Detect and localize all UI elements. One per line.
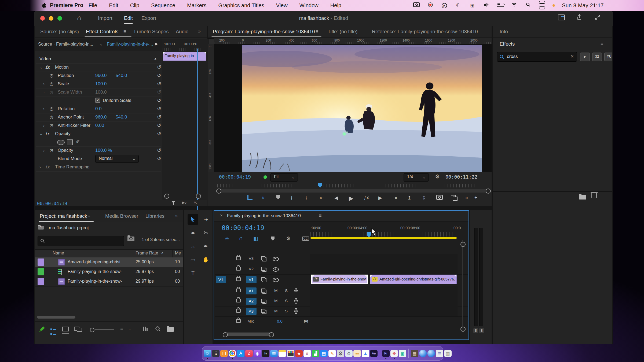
extract-icon[interactable]: ↧ — [422, 195, 426, 201]
video-track-v3[interactable]: V3 — [215, 254, 468, 264]
icon-view-icon[interactable] — [62, 327, 69, 334]
tab-effect-controls[interactable]: Effect Controls — [86, 29, 118, 35]
play-audio-icon[interactable]: ▶♪ — [182, 200, 187, 205]
ellipse-mask-icon[interactable] — [57, 140, 65, 145]
moon-dnd-icon[interactable]: ☾ — [455, 2, 462, 9]
voiceover-mic-icon[interactable] — [294, 288, 298, 295]
tab-libraries[interactable]: Libraries — [145, 213, 164, 219]
dock-item-globe-stack-1[interactable] — [419, 350, 427, 357]
linked-selection-icon[interactable]: ◧ — [253, 235, 258, 242]
ec-row-scale[interactable]: ›◷Scale100.0↺ — [36, 80, 161, 88]
timeline-hscroll-left-handle[interactable] — [223, 332, 228, 337]
go-to-out-icon[interactable]: ⇥ — [393, 195, 397, 201]
tab-source-monitor[interactable]: Source: (no clips) — [40, 29, 79, 35]
snap-magnet-icon[interactable]: ∩ — [239, 235, 243, 241]
reset-icon[interactable]: ↺ — [157, 122, 161, 128]
timeline-vscroll-top-handle[interactable] — [460, 242, 466, 247]
ec-row-anchor-point[interactable]: ◷Anchor Point960.0540.0↺ — [36, 113, 161, 122]
ec-row-uniform-scale[interactable]: ✓Uniform Scale↺ — [36, 97, 161, 105]
timeline-vscroll-bottom-handle[interactable] — [460, 327, 466, 332]
go-to-in-icon[interactable]: ⇤ — [320, 195, 324, 201]
timeline-hscroll-right-handle[interactable] — [269, 332, 274, 337]
value-field[interactable]: 100.0 % — [95, 148, 112, 153]
menu-item-graphics-and-titles[interactable]: Graphics and Titles — [218, 2, 264, 9]
solo-right-button[interactable]: S — [479, 328, 484, 333]
value-field[interactable]: 0.0 — [95, 106, 102, 112]
menu-item-window[interactable]: Window — [299, 2, 319, 9]
value-field[interactable]: 100.0 — [95, 90, 107, 95]
lock-track-icon[interactable] — [236, 319, 241, 324]
blend-mode-select[interactable]: Normal⌄ — [95, 155, 139, 163]
play-nested-icon[interactable]: ▶ — [155, 42, 158, 46]
step-forward-icon[interactable]: ▶ — [378, 195, 382, 201]
effects-search-input[interactable]: cross ✕ — [497, 52, 577, 62]
control-center-icon[interactable] — [539, 0, 546, 11]
button-editor-icon[interactable]: + — [474, 195, 477, 201]
ec-scrollbar-left-handle[interactable] — [164, 194, 169, 199]
track-lane[interactable] — [310, 254, 458, 264]
dock-item-ads-app[interactable]: ▲ — [362, 350, 369, 357]
track-target-v1[interactable]: V1 — [246, 276, 257, 283]
ec-row-motion[interactable]: ⌄fxMotion↺ — [36, 63, 161, 72]
program-menu-icon[interactable]: ≡ — [316, 29, 319, 34]
solo-track-button[interactable]: S — [285, 309, 288, 313]
toggle-track-output-eye-icon[interactable] — [273, 257, 279, 262]
track-target-a1[interactable]: A1 — [246, 287, 257, 294]
program-settings-wrench-icon[interactable]: ⚙ — [435, 173, 440, 180]
ec-row-shapes[interactable]: ✐ — [36, 138, 161, 147]
timeline-hscrollbar[interactable] — [224, 333, 271, 336]
tab-program-monitor[interactable]: Program: Family-playing-in-the-snow-1036… — [213, 29, 315, 35]
step-back-icon[interactable]: ◀ — [334, 195, 338, 201]
ec-row-opacity[interactable]: ⌄fxOpacity↺ — [36, 130, 161, 138]
rectangle-tool[interactable]: ▭ — [188, 254, 198, 265]
project-search-input[interactable] — [38, 236, 124, 246]
share-export-icon[interactable] — [576, 14, 583, 21]
slip-tool[interactable]: ↔ — [188, 241, 198, 252]
lock-track-icon[interactable] — [236, 309, 241, 314]
pen-tool[interactable]: ✒ — [200, 241, 211, 252]
record-indicator-icon[interactable] — [427, 2, 434, 9]
clip-fx-badge[interactable]: fx — [313, 277, 319, 282]
value-field[interactable]: 0.00 — [95, 123, 104, 128]
timeline-clip-2[interactable]: fx Amazed-girl-opening-christmas-gift-86… — [370, 275, 457, 284]
dock-item-app-store[interactable]: A — [237, 350, 244, 357]
stopwatch-icon[interactable]: ◷ — [50, 106, 53, 111]
solo-track-button[interactable]: S — [285, 288, 288, 293]
hand-tool[interactable]: ✋ — [200, 254, 211, 265]
project-filename[interactable]: ma flashback.prproj — [49, 225, 89, 231]
reset-icon[interactable]: ↺ — [157, 131, 161, 137]
ec-mini-clip[interactable]: Family-playing-in — [163, 52, 206, 61]
reset-icon[interactable]: ↺ — [157, 81, 161, 87]
mark-out-icon[interactable]: } — [305, 195, 307, 201]
reset-icon[interactable]: ↺ — [157, 147, 161, 153]
menu-item-edit[interactable]: Edit — [109, 2, 118, 9]
timeline-playhead-handle[interactable] — [367, 232, 371, 237]
razor-tool[interactable]: ✄ — [200, 227, 211, 238]
reset-icon[interactable]: ↺ — [157, 156, 161, 162]
tab-info[interactable]: Info — [500, 29, 508, 35]
menu-item-view[interactable]: View — [276, 2, 288, 9]
track-label-v2[interactable]: V2 — [246, 267, 257, 271]
sync-lock-icon[interactable] — [262, 310, 266, 315]
stopwatch-icon[interactable]: ◷ — [50, 73, 53, 78]
dock-item-launchpad[interactable]: ⠿ — [212, 350, 219, 357]
reset-icon[interactable]: ↺ — [157, 72, 161, 79]
dock-item-finder[interactable]: ☺ — [204, 350, 211, 357]
playback-resolution-select[interactable]: 1/4⌄ — [404, 173, 429, 182]
guides-toggle-icon[interactable]: # — [262, 195, 265, 201]
captions-icon[interactable]: CC — [302, 237, 309, 241]
ec-row-scale-width[interactable]: ›◷Scale Width100.0↺ — [36, 88, 161, 97]
tab-lumetri-scopes[interactable]: Lumetri Scopes — [134, 29, 169, 35]
program-scrub-ruler[interactable] — [217, 184, 489, 187]
play-circle-icon[interactable]: ▶ — [441, 2, 448, 8]
sort-options-icon[interactable]: ≡ — [120, 326, 123, 332]
tab-title[interactable]: Title: (no title) — [328, 29, 357, 35]
lock-track-icon[interactable] — [236, 289, 241, 293]
rulers-toggle-icon[interactable] — [247, 195, 253, 201]
dock-item-system-preferences[interactable]: ⚙ — [337, 350, 344, 357]
chevron-down-icon[interactable]: ⌄ — [99, 42, 103, 47]
track-select-forward-tool[interactable]: ⇢ — [200, 214, 211, 225]
video-track-v2[interactable]: V2 — [215, 264, 468, 275]
value-field[interactable]: 540.0 — [116, 114, 127, 120]
yuv-filter-icon[interactable]: YU — [604, 53, 612, 61]
